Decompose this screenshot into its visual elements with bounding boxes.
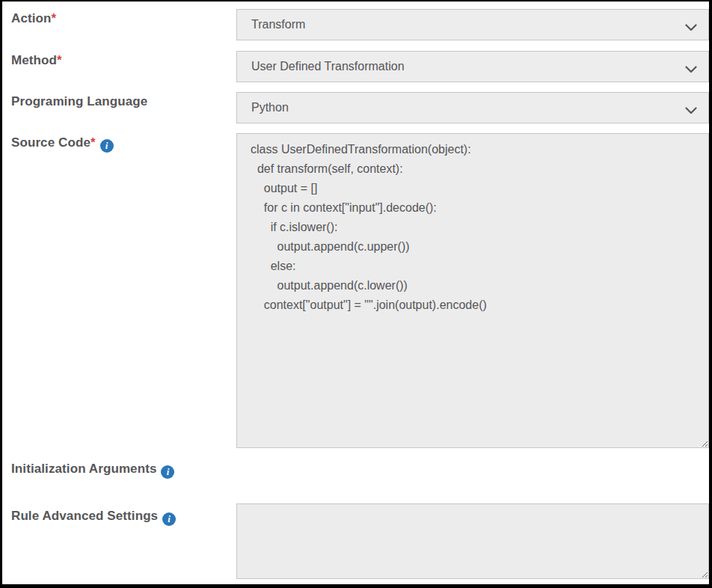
- form-row-programming-language: Programing Language Python: [2, 92, 709, 123]
- programming-language-label: Programing Language: [11, 94, 147, 108]
- transformation-rule-form: Action* Transform Method* User Defined T…: [0, 0, 712, 588]
- info-icon[interactable]: i: [162, 512, 176, 526]
- form-row-source-code: Source Code*i: [2, 133, 709, 448]
- required-asterisk: *: [51, 11, 56, 25]
- programming-language-select-value: Python: [251, 101, 289, 114]
- required-asterisk: *: [57, 53, 62, 67]
- source-code-label: Source Code: [11, 135, 90, 150]
- rule-advanced-settings-label: Rule Advanced Settings: [11, 509, 158, 523]
- source-code-label-cell: Source Code*i: [2, 133, 236, 153]
- form-row-initialization-arguments: Initialization Argumentsi: [2, 459, 709, 479]
- chevron-down-icon: [685, 104, 697, 111]
- source-code-textarea[interactable]: [236, 133, 709, 448]
- action-select[interactable]: Transform: [236, 9, 709, 40]
- method-select-value: User Defined Transformation: [251, 60, 405, 73]
- chevron-down-icon: [685, 21, 697, 28]
- rule-advanced-settings-textarea[interactable]: [236, 503, 709, 579]
- method-select[interactable]: User Defined Transformation: [236, 51, 709, 82]
- initialization-arguments-label: Initialization Arguments: [11, 462, 156, 476]
- method-label: Method: [11, 53, 57, 67]
- chevron-down-icon: [685, 63, 697, 70]
- form-row-method: Method* User Defined Transformation: [2, 51, 709, 82]
- programming-language-select[interactable]: Python: [236, 92, 709, 123]
- info-icon[interactable]: i: [161, 465, 174, 479]
- initialization-arguments-label-cell: Initialization Argumentsi: [2, 459, 236, 479]
- method-label-cell: Method*: [2, 51, 236, 68]
- rule-advanced-settings-label-cell: Rule Advanced Settingsi: [2, 503, 236, 526]
- required-asterisk: *: [90, 135, 96, 150]
- info-icon[interactable]: i: [100, 139, 114, 153]
- form-row-action: Action* Transform: [2, 9, 709, 40]
- action-select-value: Transform: [251, 18, 305, 31]
- action-label: Action: [11, 11, 51, 25]
- programming-language-label-cell: Programing Language: [2, 92, 236, 109]
- form-row-rule-advanced-settings: Rule Advanced Settingsi: [2, 503, 709, 579]
- action-label-cell: Action*: [2, 9, 236, 26]
